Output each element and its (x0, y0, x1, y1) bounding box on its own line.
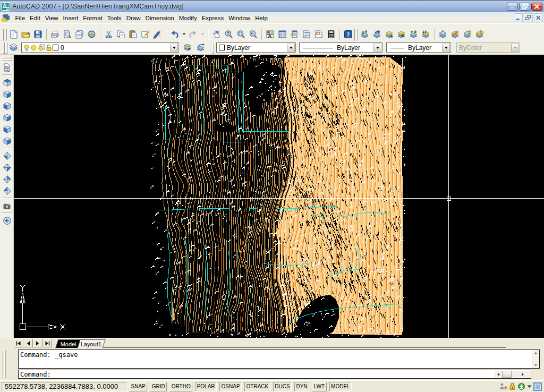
props-button[interactable] (264, 28, 276, 40)
command-window-grip2[interactable] (4, 350, 6, 378)
plotstyle-combo-dropdown[interactable] (511, 44, 519, 52)
scroll-left-button[interactable] (495, 371, 502, 378)
toggle-otrack[interactable]: OTRACK (244, 382, 270, 391)
calc-button[interactable] (325, 28, 337, 40)
lay-off-button[interactable] (449, 28, 461, 40)
menu-modify[interactable]: Modify (176, 13, 199, 23)
toolbar-grip[interactable] (2, 59, 12, 61)
view-previous-button[interactable] (1, 215, 13, 226)
menu-file[interactable]: File (13, 13, 28, 23)
iso-se-button[interactable] (1, 161, 13, 173)
make-object-layer-current-button[interactable] (194, 41, 207, 54)
toggle-osnap[interactable]: OSNAP (219, 382, 242, 391)
toolbar-lock-icon[interactable] (509, 382, 516, 390)
menu-help[interactable]: Help (253, 13, 270, 23)
toolpalettes-button[interactable] (288, 28, 301, 40)
zoomrt-button[interactable] (223, 28, 235, 40)
lay-match-button[interactable] (395, 28, 407, 40)
toggle-snap[interactable]: SNAP (129, 382, 147, 391)
named-views-button[interactable] (1, 62, 13, 73)
mdi-close-button[interactable] (534, 13, 543, 22)
redo-dropdown[interactable] (199, 28, 206, 40)
tab-layout1[interactable]: Layout1 (75, 339, 105, 348)
iso-ne-button[interactable] (1, 173, 13, 185)
save-button[interactable] (32, 28, 44, 40)
lineweight-combo[interactable]: ByLayer (386, 42, 451, 53)
scroll-right-button[interactable] (519, 371, 526, 378)
menu-insert[interactable]: Insert (61, 13, 81, 23)
lay-makecur-button[interactable] (359, 28, 371, 40)
view-left-button[interactable] (1, 100, 13, 112)
tab-model[interactable]: Model (55, 339, 80, 348)
color-combo[interactable]: ByLayer (216, 42, 296, 53)
toolbar-grip[interactable] (356, 29, 358, 40)
coordinates-readout[interactable]: 552278.5738, 2236884.7883, 0.0000 (2, 382, 128, 391)
iso-sw-button[interactable] (1, 150, 13, 161)
command-window-grip[interactable] (2, 350, 3, 378)
sheetset-button[interactable] (301, 28, 313, 40)
menu-dimension[interactable]: Dimension (143, 13, 176, 23)
standards-warning-icon[interactable] (499, 382, 507, 390)
toolbar-grip[interactable] (2, 57, 12, 58)
menu-tools[interactable]: Tools (105, 13, 124, 23)
paste-button[interactable] (127, 28, 139, 40)
command-history[interactable]: Command: _qsave (18, 350, 540, 369)
toolbar-grip[interactable] (3, 42, 5, 54)
lineweight-combo-dropdown[interactable] (442, 44, 450, 52)
mdi-minimize-button[interactable] (514, 13, 523, 22)
minimize-button[interactable] (507, 3, 518, 11)
toolbar-grip[interactable] (5, 29, 7, 40)
scroll-down-icon[interactable] (534, 363, 538, 367)
qnew-button[interactable] (7, 28, 20, 40)
close-button[interactable] (531, 3, 542, 11)
dwf3d-button[interactable] (86, 28, 98, 40)
command-input[interactable]: Command: (18, 370, 531, 379)
toggle-dyn[interactable]: DYN (294, 382, 309, 391)
matchprops-button[interactable] (139, 28, 151, 40)
copy-button[interactable] (115, 28, 127, 40)
toggle-grid[interactable]: GRID (150, 382, 167, 391)
lay-iso-button[interactable] (420, 28, 432, 40)
preview-button[interactable] (61, 28, 73, 40)
menu-format[interactable]: Format (81, 13, 105, 23)
redo-button[interactable] (187, 28, 199, 40)
command-hscrollbar[interactable] (495, 371, 530, 378)
plot-button[interactable] (49, 28, 61, 40)
publish-button[interactable] (73, 28, 86, 40)
layer-combo[interactable]: 0 (21, 42, 179, 53)
view-right-button[interactable] (1, 112, 13, 123)
toolbar-grip[interactable] (212, 42, 214, 54)
zoomprev-button[interactable] (247, 28, 259, 40)
tab-first-button[interactable] (14, 339, 23, 347)
tab-last-button[interactable] (42, 339, 52, 347)
clean-screen-icon[interactable] (533, 382, 542, 391)
menu-view[interactable]: View (42, 13, 61, 23)
pan-button[interactable] (210, 28, 223, 40)
mdi-restore-button[interactable] (524, 13, 533, 22)
layer-previous-button[interactable] (181, 41, 193, 54)
layer-combo-dropdown[interactable] (170, 44, 178, 52)
undo-dropdown[interactable] (181, 28, 187, 40)
view-bottom-button[interactable] (1, 88, 13, 100)
open-button[interactable] (20, 28, 32, 40)
menu-express[interactable]: Express (199, 13, 226, 23)
tab-prev-button[interactable] (23, 339, 33, 347)
lay-freeze-button[interactable] (437, 28, 449, 40)
cut-button[interactable] (103, 28, 115, 40)
communication-center-icon[interactable] (517, 382, 525, 390)
command-vscrollbar[interactable] (532, 350, 539, 368)
toggle-polar[interactable]: POLAR (195, 382, 217, 391)
plotstyle-combo[interactable]: ByColor (456, 42, 520, 53)
view-front-button[interactable] (1, 123, 13, 135)
scroll-thumb[interactable] (502, 371, 512, 378)
view-back-button[interactable] (1, 135, 13, 147)
tab-next-button[interactable] (33, 339, 42, 347)
lay-unlock-button[interactable] (473, 28, 486, 40)
linetype-combo[interactable]: ByLayer (299, 42, 382, 53)
blockedit-button[interactable] (151, 28, 164, 40)
lay-lock-button[interactable] (461, 28, 473, 40)
restore-button[interactable] (519, 3, 530, 11)
lay-walk-button[interactable] (383, 28, 395, 40)
undo-button[interactable] (168, 28, 181, 40)
view-top-button[interactable] (1, 76, 13, 88)
